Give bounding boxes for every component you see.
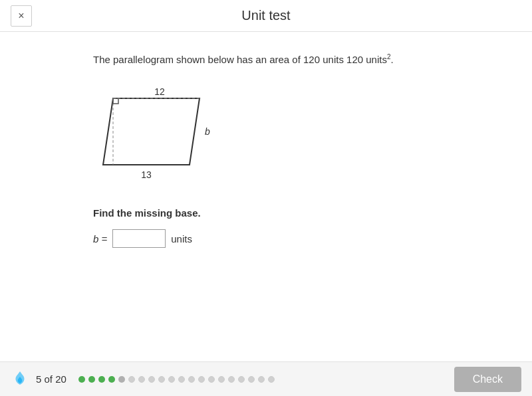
progress-dots: [78, 376, 275, 383]
progress-dot-10: [168, 376, 175, 383]
progress-dot-8: [148, 376, 155, 383]
progress-dot-18: [248, 376, 255, 383]
close-icon: ×: [18, 10, 24, 22]
progress-text: 5 of 20: [36, 373, 66, 385]
parallelogram-diagram: 12 b 13: [93, 78, 226, 191]
svg-rect-2: [113, 98, 118, 104]
footer-left: 5 of 20: [11, 370, 275, 389]
main-content: The parallelogram shown below has an are…: [0, 32, 532, 361]
progress-dot-17: [238, 376, 245, 383]
answer-prefix: b =: [93, 233, 107, 245]
progress-dot-3: [98, 376, 105, 383]
page-title: Unit test: [241, 8, 290, 23]
progress-dot-7: [138, 376, 145, 383]
header: × Unit test: [0, 0, 532, 32]
progress-dot-14: [208, 376, 215, 383]
svg-text:13: 13: [141, 169, 152, 180]
progress-dot-5: [118, 376, 125, 383]
progress-dot-6: [128, 376, 135, 383]
progress-dot-13: [198, 376, 205, 383]
progress-dot-4: [108, 376, 115, 383]
check-button[interactable]: Check: [454, 367, 521, 392]
progress-dot-19: [258, 376, 265, 383]
progress-dot-12: [188, 376, 195, 383]
svg-text:12: 12: [154, 86, 165, 97]
answer-input[interactable]: [112, 229, 166, 248]
streak-icon: [11, 370, 29, 389]
find-instruction: Find the missing base.: [93, 207, 439, 219]
progress-dot-2: [88, 376, 95, 383]
units-label: units: [171, 233, 192, 245]
close-button[interactable]: ×: [11, 5, 32, 27]
svg-marker-0: [103, 98, 200, 165]
problem-description: The parallelogram shown below has an are…: [93, 53, 439, 65]
footer: 5 of 20 Check: [0, 361, 532, 396]
progress-dot-20: [268, 376, 275, 383]
progress-dot-11: [178, 376, 185, 383]
exponent-label: 120 units2.: [344, 54, 394, 65]
answer-row: b = units: [93, 229, 439, 248]
progress-dot-1: [78, 376, 85, 383]
progress-dot-15: [218, 376, 225, 383]
progress-dot-9: [158, 376, 165, 383]
svg-text:b: b: [205, 126, 210, 137]
progress-dot-16: [228, 376, 235, 383]
